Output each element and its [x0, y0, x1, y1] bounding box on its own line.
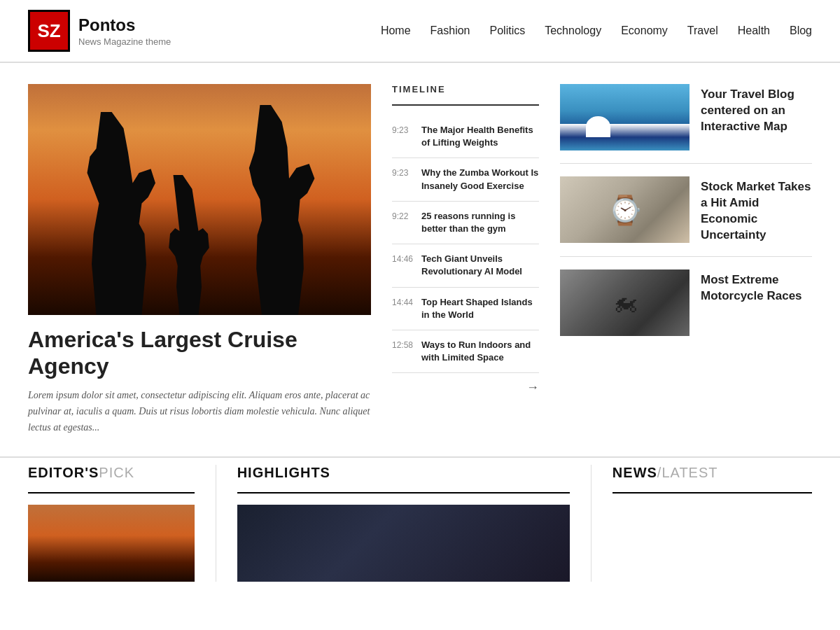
editors-pick-section: EDITOR'SPICK: [28, 465, 216, 582]
sidebar-item-0[interactable]: Your Travel Blog centered on an Interact…: [560, 84, 812, 164]
timeline-heading: TIMELINE: [392, 84, 539, 94]
timeline-divider: [392, 104, 539, 106]
editors-pick-heading-light: PICK: [99, 465, 134, 480]
timeline-title-0: The Major Health Benefits of Lifting Wei…: [421, 124, 539, 149]
sidebar-title-1: Stock Market Takes a Hit Amid Economic U…: [701, 176, 812, 244]
timeline-item-1[interactable]: 9:23 Why the Zumba Workout Is Insanely G…: [392, 158, 539, 201]
timeline-time-1: 9:23: [392, 167, 414, 192]
main-content: America's Largest Cruise Agency Lorem ip…: [0, 63, 840, 456]
editors-pick-image[interactable]: [28, 505, 195, 582]
featured-excerpt: Lorem ipsum dolor sit amet, consectetur …: [28, 387, 371, 435]
nav-technology[interactable]: Technology: [545, 24, 601, 37]
timeline-time-0: 9:23: [392, 124, 414, 149]
soldier-silhouettes: [28, 105, 371, 315]
sidebar-column: Your Travel Blog centered on an Interact…: [560, 84, 812, 435]
featured-title[interactable]: America's Largest Cruise Agency: [28, 326, 371, 380]
featured-article: America's Largest Cruise Agency Lorem ip…: [28, 84, 371, 435]
sidebar-thumb-0: [560, 84, 690, 150]
news-latest-section: NEWS/LATEST: [592, 465, 812, 582]
timeline-item-3[interactable]: 14:46 Tech Giant Unveils Revolutionary A…: [392, 244, 539, 287]
timeline-time-3: 14:46: [392, 253, 414, 278]
news-latest-heading: NEWS/LATEST: [612, 465, 812, 485]
sidebar-title-2: Most Extreme Motorcycle Races: [701, 270, 812, 336]
timeline-item-5[interactable]: 12:58 Ways to Run Indoors and with Limit…: [392, 330, 539, 373]
soldier-right: [234, 105, 326, 315]
news-heading-bold: NEWS: [612, 465, 657, 480]
sidebar-item-2[interactable]: Most Extreme Motorcycle Races: [560, 270, 812, 349]
timeline-more-arrow[interactable]: →: [392, 373, 539, 395]
sidebar-item-1[interactable]: Stock Market Takes a Hit Amid Economic U…: [560, 176, 812, 257]
highlights-section: HIGHLIGHTS: [216, 465, 592, 582]
nav-politics[interactable]: Politics: [490, 24, 526, 37]
timeline-item-2[interactable]: 9:22 25 reasons running is better than t…: [392, 202, 539, 244]
featured-image[interactable]: [28, 84, 371, 315]
timeline-column: TIMELINE 9:23 The Major Health Benefits …: [392, 84, 539, 435]
nav-blog[interactable]: Blog: [790, 24, 812, 37]
nav-health[interactable]: Health: [738, 24, 770, 37]
motorcycle-image: [560, 270, 690, 336]
site-name: Pontos: [78, 15, 171, 35]
timeline-title-1: Why the Zumba Workout Is Insanely Good E…: [421, 167, 539, 192]
timeline-title-2: 25 reasons running is better than the gy…: [421, 210, 539, 235]
highlights-heading: HIGHLIGHTS: [237, 465, 570, 485]
site-tagline: News Magazine theme: [78, 36, 171, 47]
bottom-sections: EDITOR'SPICK HIGHLIGHTS NEWS/LATEST: [0, 456, 840, 603]
news-divider: [612, 492, 812, 493]
timeline-time-5: 12:58: [392, 339, 414, 364]
timeline-title-4: Top Heart Shaped Islands in the World: [421, 296, 539, 321]
timeline-title-5: Ways to Run Indoors and with Limited Spa…: [421, 339, 539, 364]
news-heading-light: LATEST: [662, 465, 718, 480]
editors-pick-divider: [28, 492, 195, 493]
highlights-image[interactable]: [237, 505, 570, 582]
site-header: SZ Pontos News Magazine theme Home Fashi…: [0, 0, 840, 63]
timeline-item-0[interactable]: 9:23 The Major Health Benefits of Liftin…: [392, 115, 539, 158]
sidebar-thumb-2: [560, 270, 690, 336]
timeline-title-3: Tech Giant Unveils Revolutionary AI Mode…: [421, 253, 539, 278]
editors-pick-heading-bold: EDITOR'S: [28, 465, 99, 480]
site-identity: Pontos News Magazine theme: [78, 15, 171, 47]
nav-economy[interactable]: Economy: [621, 24, 668, 37]
timeline-time-2: 9:22: [392, 210, 414, 235]
highlights-heading-text: HIGHLIGHTS: [237, 465, 330, 480]
editors-pick-heading: EDITOR'SPICK: [28, 465, 195, 485]
nav-home[interactable]: Home: [381, 24, 411, 37]
watch-image: [560, 176, 690, 243]
highlights-divider: [237, 492, 570, 493]
nav-travel[interactable]: Travel: [687, 24, 718, 37]
soldier-left: [74, 112, 164, 315]
santorini-image: [560, 84, 690, 150]
sidebar-thumb-1: [560, 176, 690, 243]
timeline-item-4[interactable]: 14:44 Top Heart Shaped Islands in the Wo…: [392, 288, 539, 330]
timeline-time-4: 14:44: [392, 296, 414, 321]
sidebar-title-0: Your Travel Blog centered on an Interact…: [701, 84, 812, 150]
nav-fashion[interactable]: Fashion: [430, 24, 470, 37]
logo-area: SZ Pontos News Magazine theme: [28, 10, 171, 52]
soldier-middle: [158, 175, 220, 315]
site-logo[interactable]: SZ: [28, 10, 70, 52]
main-nav: Home Fashion Politics Technology Economy…: [381, 24, 812, 37]
